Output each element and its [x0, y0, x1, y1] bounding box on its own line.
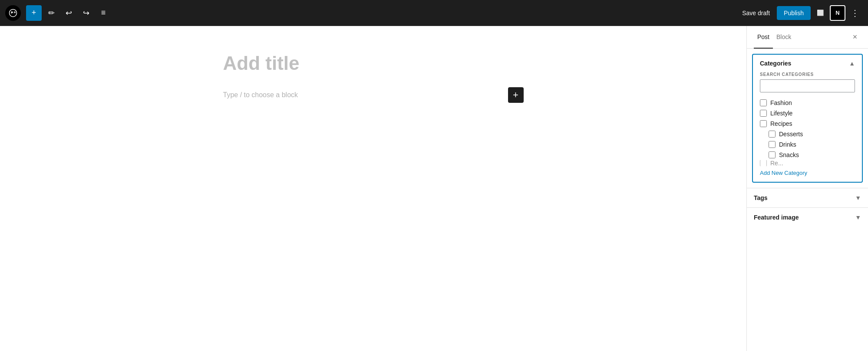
categories-panel-title: Categories: [760, 60, 791, 67]
category-label-recipes[interactable]: Recipes: [770, 120, 792, 127]
sidebar-close-button[interactable]: ×: [849, 31, 861, 43]
editor: Type / to choose a block +: [0, 26, 746, 351]
list-item: Fashion: [760, 98, 855, 108]
tab-post[interactable]: Post: [754, 26, 773, 49]
more-icon: ⋮: [851, 8, 859, 18]
category-checkbox-lifestyle[interactable]: [760, 110, 767, 117]
list-item-partial: Re...: [760, 160, 855, 166]
more-options-button[interactable]: ⋮: [847, 5, 863, 21]
featured-image-chevron-icon: ▼: [855, 214, 861, 221]
category-label-lifestyle[interactable]: Lifestyle: [770, 110, 792, 117]
category-checkbox-drinks[interactable]: [769, 141, 776, 148]
list-item: Desserts: [760, 129, 855, 139]
save-draft-button[interactable]: Save draft: [737, 7, 775, 19]
main-area: Type / to choose a block + Post Block × …: [0, 26, 868, 351]
category-label-desserts[interactable]: Desserts: [779, 131, 803, 138]
tags-chevron-icon: ▼: [855, 194, 861, 201]
undo-button[interactable]: ↩: [61, 5, 76, 21]
plus-icon: +: [32, 8, 36, 17]
category-checkbox-fashion[interactable]: [760, 99, 767, 106]
view-icon: ⬜: [817, 10, 824, 16]
categories-panel: Categories ▲ SEARCH CATEGORIES Fashion L…: [752, 54, 863, 183]
add-block-icon: +: [513, 89, 518, 101]
view-button[interactable]: ⬜: [812, 5, 828, 21]
list-item: Snacks: [760, 150, 855, 160]
redo-button[interactable]: ↪: [78, 5, 94, 21]
sidebar-content: Categories ▲ SEARCH CATEGORIES Fashion L…: [747, 49, 868, 351]
categories-chevron-icon: ▲: [849, 60, 855, 67]
tags-panel: Tags ▼: [747, 188, 868, 207]
add-new-category-link[interactable]: Add New Category: [760, 170, 807, 176]
editor-body-placeholder: Type / to choose a block: [223, 91, 501, 99]
list-view-button[interactable]: ≡: [96, 5, 111, 21]
editor-body-row: Type / to choose a block +: [223, 87, 524, 103]
category-checkbox-recipes[interactable]: [760, 120, 767, 127]
list-item: Drinks: [760, 139, 855, 150]
list-item: Lifestyle: [760, 108, 855, 118]
toolbar: + ✏ ↩ ↪ ≡ Save draft Publish ⬜ N ⋮: [0, 0, 868, 26]
n-badge[interactable]: N: [830, 5, 845, 21]
category-checkbox-desserts[interactable]: [769, 131, 776, 138]
editor-inner: Type / to choose a block +: [213, 26, 534, 351]
tab-block[interactable]: Block: [773, 26, 795, 49]
featured-image-panel-title: Featured image: [754, 214, 799, 221]
search-categories-label: SEARCH CATEGORIES: [760, 72, 855, 77]
sidebar-tabs: Post Block ×: [747, 26, 868, 49]
edit-button[interactable]: ✏: [43, 5, 59, 21]
wp-logo[interactable]: [5, 5, 21, 21]
tags-panel-header[interactable]: Tags ▼: [747, 188, 868, 207]
categories-panel-header[interactable]: Categories ▲: [753, 55, 862, 72]
category-label-fashion[interactable]: Fashion: [770, 99, 792, 106]
search-categories-input[interactable]: [760, 79, 855, 92]
list-icon: ≡: [101, 8, 106, 17]
featured-image-panel: Featured image ▼: [747, 207, 868, 227]
sidebar: Post Block × Categories ▲ SEARCH CATEGOR…: [746, 26, 868, 351]
edit-icon: ✏: [48, 8, 55, 18]
list-item: Recipes: [760, 118, 855, 129]
category-checkbox-partial[interactable]: [760, 160, 767, 166]
category-label-snacks[interactable]: Snacks: [779, 151, 799, 158]
featured-image-panel-header[interactable]: Featured image ▼: [747, 208, 868, 227]
add-block-button[interactable]: +: [508, 87, 524, 103]
post-title-input[interactable]: [223, 52, 524, 75]
category-label-drinks[interactable]: Drinks: [779, 141, 796, 148]
category-list: Fashion Lifestyle Recipes Desserts: [760, 98, 855, 166]
categories-panel-body: SEARCH CATEGORIES Fashion Lifestyle: [753, 72, 862, 182]
publish-button[interactable]: Publish: [777, 6, 811, 20]
category-label-partial: Re...: [770, 160, 783, 166]
redo-icon: ↪: [83, 8, 89, 18]
tags-panel-title: Tags: [754, 194, 768, 201]
category-checkbox-snacks[interactable]: [769, 151, 776, 158]
add-block-toolbar-button[interactable]: +: [26, 5, 42, 21]
undo-icon: ↩: [66, 8, 72, 18]
